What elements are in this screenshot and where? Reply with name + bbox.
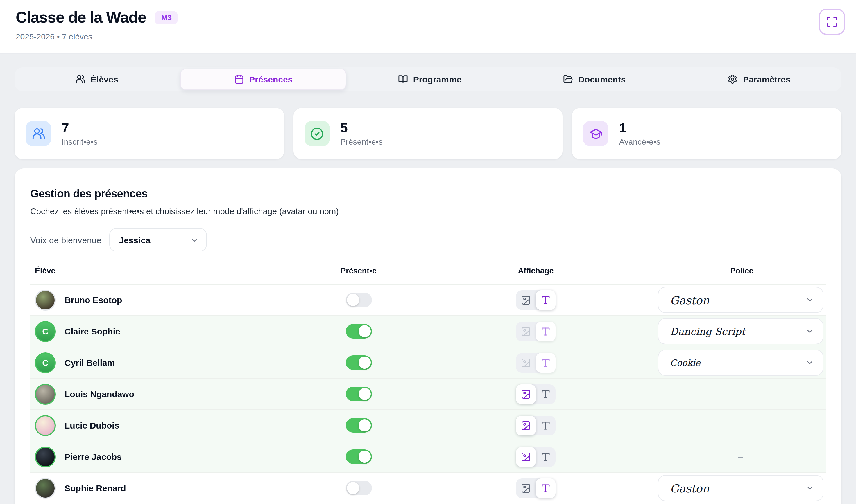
font-select-value: Dancing Script — [670, 325, 745, 337]
no-font-dash: – — [658, 452, 823, 462]
tab-label: Paramètres — [743, 74, 790, 84]
gear-icon — [728, 74, 738, 84]
display-name-button[interactable] — [536, 353, 556, 373]
image-icon — [521, 295, 531, 305]
expand-icon — [826, 16, 838, 28]
chevron-down-icon — [805, 484, 814, 492]
display-avatar-button[interactable] — [516, 290, 536, 310]
column-header-present: Présent•e — [303, 267, 414, 275]
presence-toggle[interactable] — [346, 387, 372, 401]
display-avatar-button[interactable] — [516, 321, 536, 341]
voice-select[interactable]: Jessica — [109, 228, 207, 251]
student-name: Louis Ngandawo — [65, 389, 134, 399]
table-row: Pierre Jacobs– — [30, 441, 826, 472]
column-header-affichage: Affichage — [414, 267, 658, 275]
stat-card: 7Inscrit•e•s — [15, 108, 284, 159]
table-row: CClaire SophieDancing Script — [30, 315, 826, 347]
page-title: Classe de la Wade — [16, 9, 146, 27]
type-icon — [540, 451, 551, 462]
display-name-button[interactable] — [536, 384, 556, 404]
tab-label: Élèves — [91, 74, 118, 84]
tab-parametres[interactable]: Paramètres — [677, 67, 841, 91]
tab-eleves[interactable]: Élèves — [15, 67, 179, 91]
display-mode-segmented — [516, 415, 556, 435]
users-icon — [32, 127, 45, 140]
image-icon — [521, 389, 531, 399]
toggle-knob — [347, 294, 359, 306]
presence-toggle[interactable] — [346, 355, 372, 370]
stat-value: 7 — [62, 121, 98, 135]
font-select[interactable]: Gaston — [658, 475, 823, 501]
display-avatar-button[interactable] — [516, 478, 536, 498]
display-name-button[interactable] — [536, 478, 556, 498]
toggle-knob — [358, 325, 370, 337]
display-mode-segmented — [516, 353, 556, 373]
page-content: ÉlèvesPrésencesProgrammeDocumentsParamèt… — [0, 67, 856, 504]
display-name-button[interactable] — [536, 447, 556, 467]
panel-title: Gestion des présences — [30, 187, 826, 200]
voice-select-value: Jessica — [119, 235, 150, 245]
display-avatar-button[interactable] — [516, 447, 536, 467]
table-row: Sophie RenardGaston — [30, 472, 826, 503]
display-name-button[interactable] — [536, 321, 556, 341]
image-icon — [521, 451, 531, 462]
book-icon — [398, 74, 408, 84]
stat-card: 1Avancé•e•s — [572, 108, 841, 159]
font-select[interactable]: Dancing Script — [658, 318, 823, 344]
toggle-knob — [358, 419, 370, 431]
presence-toggle[interactable] — [346, 481, 372, 495]
type-icon — [540, 295, 551, 305]
column-header-police: Police — [658, 267, 826, 275]
student-name: Cyril Bellam — [65, 358, 115, 367]
app-window: Classe de la Wade M3 2025-2026 • 7 élève… — [0, 0, 856, 504]
no-font-dash: – — [658, 420, 823, 430]
display-avatar-button[interactable] — [516, 353, 536, 373]
table-row: Bruno EsotopGaston — [30, 284, 826, 315]
presence-toggle[interactable] — [346, 324, 372, 339]
tab-programme[interactable]: Programme — [348, 67, 512, 91]
display-mode-segmented — [516, 478, 556, 498]
stat-card: 5Présent•e•s — [293, 108, 562, 159]
student-avatar — [35, 383, 56, 404]
table-header: Élève Présent•e Affichage Police — [30, 263, 826, 284]
stat-label: Présent•e•s — [340, 137, 383, 146]
font-select[interactable]: Cookie — [658, 349, 823, 376]
image-icon — [521, 357, 531, 368]
student-avatar: C — [35, 352, 56, 373]
display-avatar-button[interactable] — [516, 384, 536, 404]
presence-toggle[interactable] — [346, 418, 372, 433]
tab-label: Présences — [249, 74, 293, 84]
table-row: Lucie Dubois– — [30, 409, 826, 441]
toggle-knob — [358, 357, 370, 369]
student-name: Bruno Esotop — [65, 295, 122, 305]
stat-icon-tile — [25, 121, 51, 146]
display-name-button[interactable] — [536, 415, 556, 435]
student-name: Pierre Jacobs — [65, 452, 122, 462]
stat-label: Avancé•e•s — [619, 137, 661, 146]
fullscreen-button[interactable] — [819, 9, 845, 35]
type-icon — [540, 357, 551, 368]
type-icon — [540, 420, 551, 431]
folder-icon — [563, 74, 573, 84]
level-badge: M3 — [155, 11, 178, 24]
calendar-icon — [234, 74, 244, 84]
table-row: Louis Ngandawo– — [30, 378, 826, 409]
tab-label: Documents — [578, 74, 626, 84]
presence-toggle[interactable] — [346, 449, 372, 464]
stat-value: 1 — [619, 121, 661, 135]
class-subtitle: 2025-2026 • 7 élèves — [16, 32, 840, 41]
font-select[interactable]: Gaston — [658, 287, 823, 313]
chevron-down-icon — [805, 327, 814, 336]
image-icon — [521, 420, 531, 431]
tab-presences[interactable]: Présences — [180, 69, 346, 90]
stat-icon-tile — [304, 121, 330, 146]
type-icon — [540, 389, 551, 399]
display-mode-segmented — [516, 321, 556, 341]
presence-toggle[interactable] — [346, 293, 372, 307]
display-avatar-button[interactable] — [516, 415, 536, 435]
student-avatar — [35, 478, 56, 499]
tab-documents[interactable]: Documents — [512, 67, 677, 91]
display-name-button[interactable] — [536, 290, 556, 310]
student-name: Claire Sophie — [65, 326, 120, 336]
chevron-down-icon — [805, 295, 814, 304]
